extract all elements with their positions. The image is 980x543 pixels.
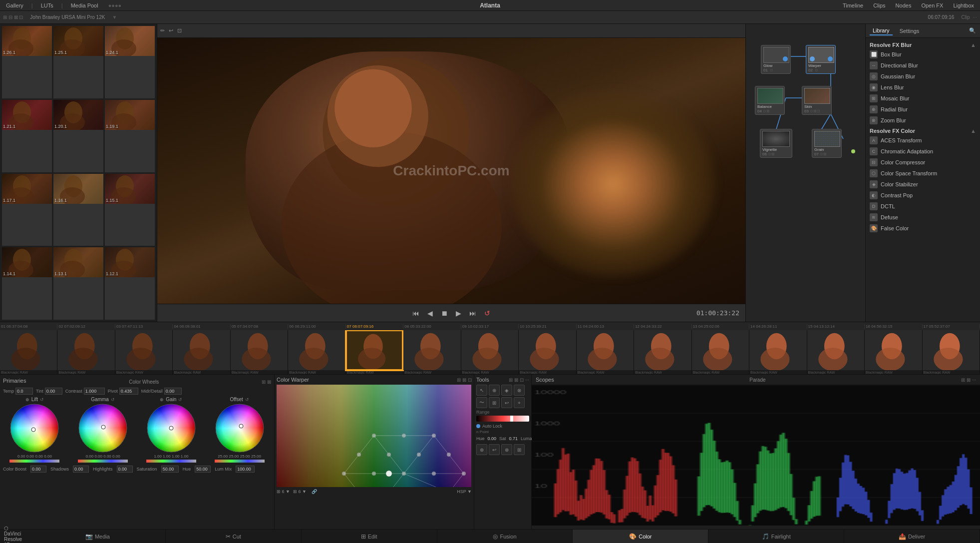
media-pool-btn[interactable]: Media Pool <box>69 2 100 9</box>
primaries-menu-icons[interactable]: ⊞ ⊠ <box>262 379 271 385</box>
range-bar[interactable] <box>476 416 529 422</box>
lift-wheel-canvas[interactable] <box>9 403 59 453</box>
fx-blur-collapse-icon[interactable]: ▲ <box>971 42 976 48</box>
fx-false-color[interactable]: 🎨 False Color <box>866 223 980 234</box>
temp-input[interactable] <box>15 388 33 395</box>
pivot-input[interactable] <box>119 388 138 395</box>
fx-color-compressor[interactable]: ⊟ Color Compressor <box>866 157 980 168</box>
fx-directional-blur[interactable]: ↔ Directional Blur <box>866 60 980 71</box>
mid-detail-input[interactable] <box>164 388 182 395</box>
tab-color[interactable]: 🎨 Color <box>573 530 708 543</box>
tint-input[interactable] <box>45 388 62 395</box>
settings-tab[interactable]: Settings <box>897 27 923 35</box>
color-wheels-label[interactable]: Color Wheels <box>129 379 159 385</box>
prev-frame-btn[interactable]: ◀ <box>425 308 435 318</box>
node-balance[interactable]: Balance 04 ⊙⊠ <box>755 86 785 115</box>
gamma-bar[interactable] <box>78 460 128 463</box>
fx-lens-blur[interactable]: ◉ Lens Blur <box>866 82 980 93</box>
clips-btn[interactable]: Clips <box>871 2 887 9</box>
select-tool[interactable]: ⊞ <box>489 397 500 408</box>
tab-fusion[interactable]: ◎ Fusion <box>437 530 573 543</box>
stop-btn[interactable]: ⏹ <box>439 308 450 318</box>
tab-edit[interactable]: ⊞ Edit <box>302 530 437 543</box>
add-tool[interactable]: + <box>514 397 525 408</box>
eyedropper-tool[interactable]: ⊕ <box>489 385 500 396</box>
node-editor[interactable]: Glow 01 ⊙ Warper 02 ⊙ <box>746 24 865 322</box>
bezier-tool[interactable]: ⊗ <box>514 385 525 396</box>
fx-defuse[interactable]: ≋ Defuse <box>866 212 980 223</box>
luts-btn[interactable]: LUTs <box>39 2 55 9</box>
highlights-input[interactable] <box>117 466 133 473</box>
skip-start-btn[interactable]: ⏮ <box>410 308 421 318</box>
node-vignette[interactable]: Vignette 06 ⊙⊠ <box>760 129 792 158</box>
lift-reset-icon[interactable]: ↺ <box>40 397 44 402</box>
clip-04[interactable]: Blackmagic RAW <box>173 330 230 374</box>
clip-16[interactable]: Blackmagic RAW <box>865 330 922 374</box>
lift-bar[interactable] <box>9 460 59 463</box>
thumbnail-2[interactable]: 1.24.1 <box>105 26 155 98</box>
saturation-input[interactable] <box>161 466 179 473</box>
clip-14[interactable]: Blackmagic RAW <box>749 330 807 374</box>
offset-reset-icon[interactable]: ↺ <box>245 397 249 402</box>
clip-06[interactable]: Blackmagic RAW <box>288 330 345 374</box>
more-btn[interactable]: ··· <box>973 14 977 20</box>
clip-dropdown-icon[interactable]: ▼ <box>112 14 117 20</box>
tool-extra-3[interactable]: ⊗ <box>501 444 512 455</box>
node-skin[interactable]: Skin 03 ⊙⊠⊡ <box>802 86 832 115</box>
gradient-tool[interactable]: ◈ <box>501 385 512 396</box>
viewer-tool-2[interactable]: ↩ <box>169 27 173 34</box>
gallery-btn[interactable]: Gallery <box>4 2 25 9</box>
fx-color-collapse-icon[interactable]: ▲ <box>971 128 976 134</box>
fx-zoom-blur[interactable]: ⊗ Zoom Blur <box>866 115 980 126</box>
clip-02[interactable]: Blackmagic RAW <box>57 330 115 374</box>
thumbnail-5[interactable]: 1.19.1 <box>105 100 155 172</box>
openfx-btn[interactable]: Open FX <box>919 2 945 9</box>
clip-03[interactable]: Blackmagic RAW <box>115 330 173 374</box>
clip-09[interactable]: Blackmagic RAW <box>461 330 519 374</box>
hsp-label[interactable]: HSP ▼ <box>457 489 472 494</box>
color-boost-input[interactable] <box>30 466 46 473</box>
offset-wheel-canvas[interactable] <box>215 403 265 453</box>
tool-extra-2[interactable]: ↩ <box>489 444 500 455</box>
thumbnail-4[interactable]: 1.20.1 <box>53 100 103 172</box>
tab-media[interactable]: 📷 Media <box>30 530 166 543</box>
thumbnail-1[interactable]: 1.25.1 <box>53 26 103 98</box>
hue-input[interactable] <box>195 466 211 473</box>
clip-15[interactable]: Blackmagic RAW <box>807 330 865 374</box>
thumbnail-10[interactable]: 1.13.1 <box>53 247 103 320</box>
tab-fairlight[interactable]: 🎵 Fairlight <box>708 530 844 543</box>
fx-color-space-transform[interactable]: ⬡ Color Space Transform <box>866 168 980 179</box>
lightbox-btn[interactable]: Lightbox <box>951 2 976 9</box>
shadows-input[interactable] <box>73 466 89 473</box>
range-handle[interactable] <box>510 416 513 422</box>
nodes-btn[interactable]: Nodes <box>894 2 914 9</box>
scopes-mode[interactable]: Parade <box>749 377 765 383</box>
warper-link-icon[interactable]: 🔗 <box>312 489 317 494</box>
node-grain[interactable]: Grain 07 ⊙⊠ <box>812 129 842 158</box>
thumbnail-3[interactable]: 1.21.1 <box>2 100 52 172</box>
scopes-icons[interactable]: ⊞ ⊠ ··· <box>961 377 976 383</box>
thumbnail-8[interactable]: 1.15.1 <box>105 174 155 246</box>
warper-grid-container[interactable] <box>277 385 472 487</box>
node-warper[interactable]: Warper 02 ⊙ <box>806 45 836 74</box>
warper-menu-icon[interactable]: ⊞ ⊠ ⊡ <box>457 377 472 383</box>
fx-color-stabilizer[interactable]: ◈ Color Stabilizer <box>866 179 980 190</box>
viewer-tool-3[interactable]: ⊡ <box>177 27 182 34</box>
thumbnail-11[interactable]: 1.12.1 <box>105 247 155 320</box>
curve-tool[interactable]: 〜 <box>476 397 487 408</box>
fx-dctl[interactable]: D DCTL <box>866 201 980 212</box>
thumbnail-9[interactable]: 1.14.1 <box>2 247 52 320</box>
fx-contrast-pop[interactable]: ◐ Contrast Pop <box>866 190 980 201</box>
clip-07[interactable]: Blackmagic RAW <box>346 330 403 374</box>
warper-canvas[interactable] <box>277 385 471 487</box>
offset-bar[interactable] <box>215 460 265 463</box>
timeline-btn[interactable]: Timeline <box>841 2 865 9</box>
tools-menu-icons[interactable]: ⊞ ⊠ ⊡ ··· <box>509 377 529 383</box>
thumbnail-6[interactable]: 1.17.1 <box>2 174 52 246</box>
clip-11[interactable]: Blackmagic RAW <box>577 330 634 374</box>
gain-wheel-canvas[interactable] <box>146 403 196 453</box>
fx-mosaic-blur[interactable]: ⊞ Mosaic Blur <box>866 93 980 104</box>
skip-end-btn[interactable]: ⏭ <box>467 308 478 318</box>
loop-btn[interactable]: ↺ <box>482 308 492 318</box>
fx-aces-transform[interactable]: A ACES Transform <box>866 135 980 146</box>
